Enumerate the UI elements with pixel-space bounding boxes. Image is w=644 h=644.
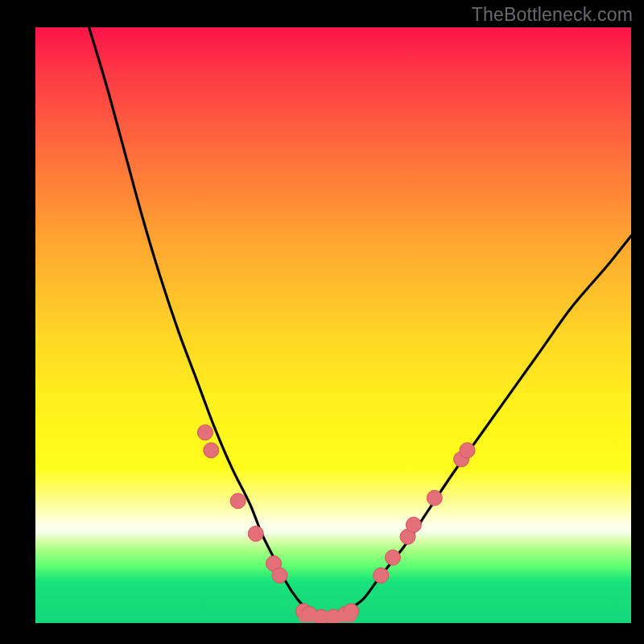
- curve-marker: [230, 493, 246, 509]
- curve-marker: [374, 568, 389, 583]
- curve-marker: [272, 568, 287, 583]
- curve-marker: [386, 550, 401, 565]
- watermark-text: TheBottleneck.com: [472, 4, 633, 26]
- bottleneck-curve: [89, 27, 631, 618]
- curve-marker: [460, 443, 475, 458]
- chart-frame: TheBottleneck.com: [0, 0, 644, 644]
- curve-marker: [248, 526, 263, 542]
- curve-marker: [406, 517, 421, 532]
- curve-marker: [197, 425, 213, 440]
- curve-marker: [204, 443, 219, 458]
- curve-marker: [427, 490, 442, 506]
- bottom-black-strip: [35, 623, 631, 644]
- plot-svg: [35, 27, 631, 623]
- curve-markers: [197, 425, 475, 623]
